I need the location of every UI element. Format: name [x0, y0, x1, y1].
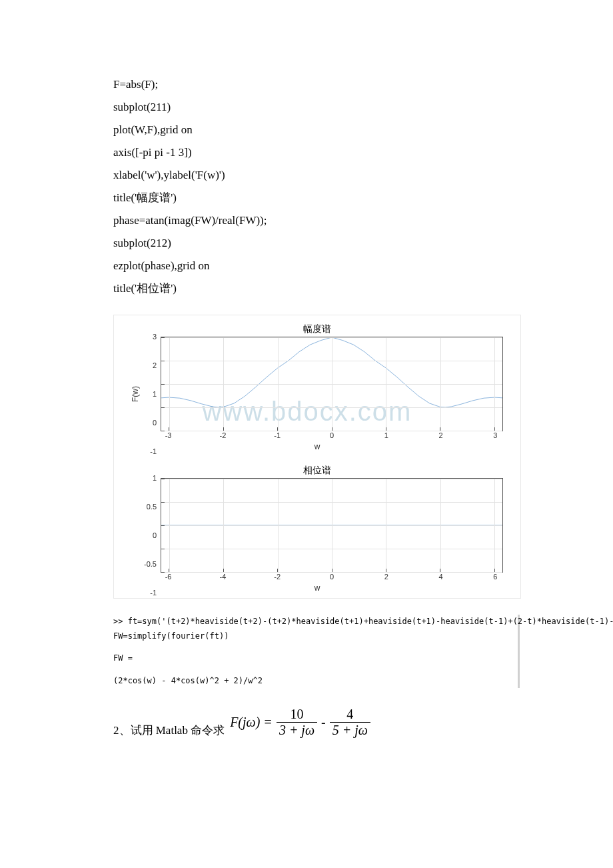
fraction-1: 10 3 + jω	[277, 707, 317, 738]
code-line: axis([-pi pi -1 3])	[113, 141, 520, 164]
question-line: 2、试用 Matlab 命令求 F(jω) = 10 3 + jω - 4 5 …	[113, 707, 520, 738]
code-line: F=abs(F);	[113, 73, 520, 96]
console-line: FW =	[113, 651, 515, 666]
code-block: F=abs(F); subplot(211) plot(W,F),grid on…	[113, 73, 520, 300]
code-line: title('相位谱')	[113, 277, 520, 300]
code-line: plot(W,F),grid on	[113, 119, 520, 141]
code-line: ezplot(phase),grid on	[113, 255, 520, 277]
numerator: 4	[330, 707, 370, 723]
code-line: title('幅度谱')	[113, 187, 520, 209]
y-ticks: -10123	[143, 337, 159, 451]
console-line: (2*cos(w) - 4*cos(w)^2 + 2)/w^2	[113, 674, 515, 689]
chart-title: 幅度谱	[126, 323, 508, 335]
x-axis-label: w	[126, 583, 508, 593]
code-line: subplot(212)	[113, 232, 520, 255]
x-ticks: -6-4-20246	[161, 573, 503, 582]
console-line: FW=simplify(fourier(ft))	[113, 629, 515, 644]
denominator: 5 + jω	[330, 723, 370, 738]
y-axis-label: F(w)	[131, 386, 140, 402]
eq-lhs: F(jω) =	[230, 715, 273, 730]
x-ticks: -3-2-10123	[161, 431, 503, 441]
question-prefix: 2、试用 Matlab 命令求	[113, 723, 225, 738]
denominator: 3 + jω	[277, 723, 317, 738]
document-page: F=abs(F); subplot(211) plot(W,F),grid on…	[0, 0, 613, 778]
subplot-1: 幅度谱 F(w) -10123 www.bdocx.com -3-2-10123…	[114, 315, 520, 457]
plot-area	[161, 478, 503, 573]
chart-title: 相位谱	[126, 465, 508, 477]
fraction-2: 4 5 + jω	[330, 707, 370, 738]
minus-sign: -	[321, 715, 326, 730]
numerator: 10	[277, 707, 317, 723]
code-line: subplot(211)	[113, 96, 520, 119]
subplot-2: 相位谱 -1-0.500.51 -6-4-20246 w	[114, 457, 520, 598]
console-output: >> ft=sym('(t+2)*heaviside(t+2)-(t+2)*he…	[113, 615, 520, 688]
console-line: >> ft=sym('(t+2)*heaviside(t+2)-(t+2)*he…	[113, 615, 515, 629]
y-ticks: -1-0.500.51	[143, 478, 159, 593]
equation: F(jω) = 10 3 + jω - 4 5 + jω	[230, 707, 370, 738]
code-line: phase=atan(imag(FW)/real(FW));	[113, 209, 520, 232]
code-line: xlabel('w'),ylabel('F(w)')	[113, 164, 520, 187]
figure-panel: 幅度谱 F(w) -10123 www.bdocx.com -3-2-10123…	[113, 315, 521, 599]
plot-area: www.bdocx.com	[161, 337, 503, 431]
x-axis-label: w	[126, 442, 508, 451]
